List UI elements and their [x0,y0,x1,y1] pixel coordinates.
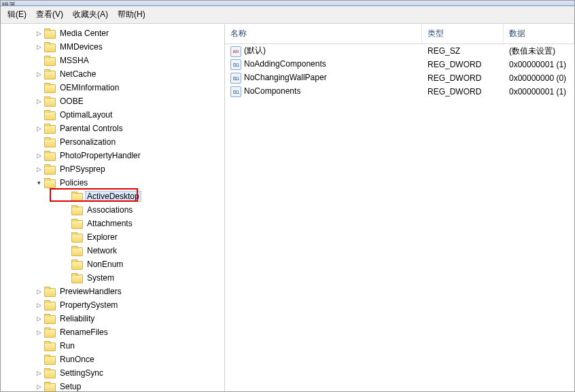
value-name-cell: 011NoChangingWallPaper [225,72,422,85]
value-row[interactable]: 011NoAddingComponentsREG_DWORD0x00000001… [225,58,574,71]
tree-label: PnPSysprep [58,164,107,175]
tree-item-activedesktop[interactable]: ActiveDesktop [2,190,224,203]
string-value-icon: ab [230,46,241,57]
header-name[interactable]: 名称 [225,24,422,43]
tree-item-run[interactable]: Run [2,339,224,353]
expander-closed-icon[interactable]: ▷ [35,328,43,336]
tree-item-optimallayout[interactable]: OptimalLayout [2,108,224,122]
key-tree-pane[interactable]: ▷Media Center▷MMDevicesMSSHA▷NetCacheOEM… [1,24,225,391]
expander-none-icon [35,84,43,92]
folder-icon [44,382,55,391]
binary-value-icon: 011 [230,86,241,97]
value-type-cell: REG_DWORD [422,73,504,84]
tree-label: Explorer [85,232,120,243]
tree-label: Media Center [58,28,111,39]
folder-icon [71,232,82,242]
expander-none-icon [62,233,70,241]
tree-item-settingsync[interactable]: ▷SettingSync [2,366,224,380]
value-name-cell: 011NoAddingComponents [225,58,422,71]
folder-icon [44,151,55,160]
tree-item-oeminformation[interactable]: OEMInformation [2,81,224,94]
value-row[interactable]: ab(默认)REG_SZ(数值未设置) [225,44,574,58]
list-header: 名称 类型 数据 [225,24,574,44]
value-type-cell: REG_SZ [422,46,504,56]
expander-none-icon [35,342,43,350]
binary-value-icon: 011 [230,59,241,70]
tree-item-oobe[interactable]: ▷OOBE [2,94,224,108]
folder-icon [44,83,55,92]
tree-item-policies[interactable]: ▾Policies [2,176,224,190]
tree-item-associations[interactable]: Associations [2,203,224,217]
tree-item-netcache[interactable]: ▷NetCache [2,67,224,81]
tree-item-pnpsysprep[interactable]: ▷PnPSysprep [2,162,224,176]
expander-none-icon [62,206,70,214]
tree-item-explorer[interactable]: Explorer [2,230,224,244]
tree-item-network[interactable]: Network [2,244,224,257]
menu-edit[interactable]: 辑(E) [3,7,31,22]
tree-item-attachments[interactable]: Attachments [2,217,224,230]
tree-item-setup[interactable]: ▷Setup [2,380,224,391]
tree-item-renamefiles[interactable]: ▷RenameFiles [2,325,224,339]
tree-item-runonce[interactable]: RunOnce [2,353,224,366]
tree-label: NetCache [58,69,98,79]
list-body: ab(默认)REG_SZ(数值未设置)011NoAddingComponents… [225,44,574,99]
tree-item-propertysystem[interactable]: ▷PropertySystem [2,298,224,312]
expander-closed-icon[interactable]: ▷ [35,382,43,391]
tree-item-nonenum[interactable]: NonEnum [2,257,224,271]
tree-item-system[interactable]: System [2,271,224,285]
menu-view[interactable]: 查看(V) [32,7,67,22]
tree-item-mssha[interactable]: MSSHA [2,54,224,67]
expander-none-icon [62,274,70,282]
value-data-cell: 0x00000001 (1) [504,86,574,97]
folder-icon [44,137,55,147]
folder-icon [44,96,55,106]
expander-closed-icon[interactable]: ▷ [35,43,43,51]
tree-item-media-center[interactable]: ▷Media Center [2,26,224,40]
tree-item-mmdevices[interactable]: ▷MMDevices [2,40,224,54]
tree-item-previewhandlers[interactable]: ▷PreviewHandlers [2,285,224,298]
tree-label: MMDevices [58,41,105,52]
menu-help[interactable]: 帮助(H) [114,7,150,22]
expander-closed-icon[interactable]: ▷ [35,152,43,160]
tree-item-reliability[interactable]: ▷Reliability [2,312,224,325]
expander-closed-icon[interactable]: ▷ [35,70,43,78]
expander-closed-icon[interactable]: ▷ [35,97,43,105]
expander-closed-icon[interactable]: ▷ [35,369,43,377]
tree-item-parental-controls[interactable]: ▷Parental Controls [2,122,224,135]
key-tree: ▷Media Center▷MMDevicesMSSHA▷NetCacheOEM… [2,26,224,391]
tree-item-photopropertyhandler[interactable]: ▷PhotoPropertyHandler [2,149,224,162]
value-type-cell: REG_DWORD [422,86,504,97]
expander-closed-icon[interactable]: ▷ [35,29,43,37]
expander-closed-icon[interactable]: ▷ [35,165,43,173]
tree-item-personalization[interactable]: Personalization [2,135,224,149]
folder-icon [71,192,82,201]
header-data[interactable]: 数据 [504,24,574,43]
expander-none-icon [35,56,43,65]
expander-closed-icon[interactable]: ▷ [35,287,43,296]
value-row[interactable]: 011NoChangingWallPaperREG_DWORD0x0000000… [225,71,574,85]
folder-icon [71,205,82,215]
expander-none-icon [35,111,43,119]
tree-label: RenameFiles [58,327,110,338]
value-row[interactable]: 011NoComponentsREG_DWORD0x00000001 (1) [225,85,574,99]
tree-label: Personalization [58,137,118,147]
expander-closed-icon[interactable]: ▷ [35,315,43,323]
tree-label: Run [58,340,77,351]
value-list-pane[interactable]: 名称 类型 数据 ab(默认)REG_SZ(数值未设置)011NoAddingC… [225,24,574,391]
folder-icon [71,273,82,283]
content-area: ▷Media Center▷MMDevicesMSSHA▷NetCacheOEM… [1,24,574,391]
value-name: NoComponents [244,86,300,96]
expander-open-icon[interactable]: ▾ [35,179,43,187]
expander-closed-icon[interactable]: ▷ [35,301,43,309]
folder-icon [44,124,55,133]
value-type-cell: REG_DWORD [422,59,504,70]
folder-icon [44,355,55,364]
header-type[interactable]: 类型 [422,24,504,43]
tree-label: Attachments [85,218,135,229]
folder-icon [44,314,55,323]
tree-label: NonEnum [85,259,125,270]
tree-label: PropertySystem [58,300,120,310]
menu-favorites[interactable]: 收藏夹(A) [69,7,112,22]
expander-none-icon [35,355,43,363]
expander-closed-icon[interactable]: ▷ [35,124,43,132]
